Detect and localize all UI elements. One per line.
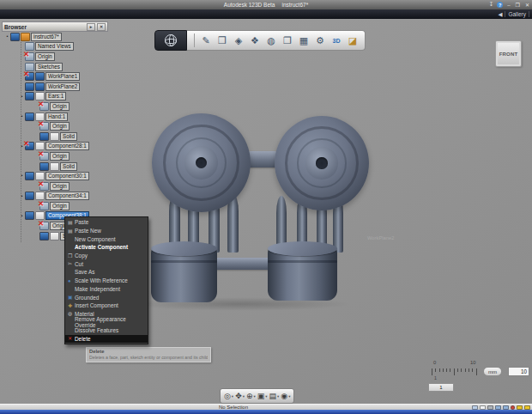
- tree-item-component30-1[interactable]: •Component30:1: [2, 171, 106, 181]
- tree-item-sketches[interactable]: Sketches: [2, 62, 106, 72]
- gallery-button[interactable]: Gallery: [508, 11, 526, 17]
- expand-toggle[interactable]: •: [19, 174, 25, 179]
- menu-item-paste-new[interactable]: ▤Paste New: [65, 227, 148, 235]
- disk-hole: [316, 157, 327, 168]
- base-right-top[interactable]: [268, 241, 337, 256]
- blue-icon: [25, 142, 34, 150]
- tree-item-label: Origin: [35, 52, 55, 61]
- tree-item-component28-1[interactable]: •Component28:1: [2, 142, 106, 152]
- text-3d-icon[interactable]: 3D: [329, 38, 344, 44]
- units-button[interactable]: mm: [483, 367, 502, 376]
- app-window: Autodesk 123D Beta instruct67* ↧ ? – ❐ ✕…: [0, 0, 532, 414]
- scale-secondary-input[interactable]: 1: [428, 383, 454, 392]
- base-left-top[interactable]: [151, 241, 217, 256]
- delete-tooltip: Delete Deletes a face, part, sketch enti…: [86, 347, 211, 362]
- fit-view-button[interactable]: ▣▾: [257, 393, 268, 400]
- back-chevron-icon[interactable]: ◀: [498, 11, 502, 18]
- tree-item-workplane2[interactable]: WorkPlane2: [2, 82, 106, 92]
- pan-button[interactable]: ✥▾: [235, 393, 245, 400]
- paste-icon: ▤: [68, 220, 75, 225]
- orbit-button[interactable]: ◎▾: [224, 393, 233, 400]
- chevron-down-icon: ▾: [243, 394, 245, 399]
- menu-item-label: Paste: [75, 219, 88, 225]
- tree-item-origin[interactable]: Origin: [2, 52, 106, 62]
- tree-item-component34-1[interactable]: •Component34:1: [2, 192, 106, 202]
- menu-item-scale-with-reference[interactable]: ●Scale With Reference: [65, 277, 148, 285]
- expand-toggle[interactable]: •: [19, 94, 25, 100]
- menu-item-make-independent[interactable]: Make Independent: [65, 285, 148, 294]
- menu-item-cut[interactable]: ✂Cut: [65, 259, 148, 268]
- menu-item-activate-component[interactable]: Activate Component: [65, 243, 148, 252]
- tree-item-origin[interactable]: Origin: [2, 151, 106, 161]
- tree-item-named-views[interactable]: Named Views: [2, 42, 106, 52]
- tree-item-solid[interactable]: Solid: [2, 161, 106, 172]
- base-left-ridge: [151, 260, 217, 263]
- top-connector-part[interactable]: [248, 151, 277, 167]
- view-cube[interactable]: FRONT: [495, 40, 522, 67]
- tree-item-origin[interactable]: Origin: [2, 121, 106, 131]
- blue-icon: [25, 92, 34, 100]
- title-bar: Autodesk 123D Beta instruct67* ↧ ? – ❐ ✕: [0, 0, 532, 9]
- menu-item-label: Make Independent: [75, 286, 120, 292]
- look-at-button[interactable]: ▤▾: [269, 393, 280, 400]
- zoom-icon: ⊕: [246, 393, 253, 400]
- expand-toggle[interactable]: •: [19, 214, 25, 219]
- base-connector-part[interactable]: [214, 258, 270, 270]
- tree-item-label: Component28:1: [45, 142, 89, 150]
- tree-item-ears-1[interactable]: •Ears:1: [2, 92, 106, 102]
- scale-secondary-value: 1: [439, 385, 442, 390]
- tree-item-hand-1[interactable]: •Hand:1: [2, 112, 106, 122]
- chevron-down-icon: ▾: [277, 394, 279, 399]
- panel-close-icon[interactable]: ✕: [97, 23, 106, 31]
- tree-item-origin[interactable]: Origin: [2, 181, 106, 192]
- menu-item-copy[interactable]: ❐Copy: [65, 252, 148, 260]
- tree-item-instruct67[interactable]: •instruct67*: [2, 32, 106, 42]
- pattern-grid-icon[interactable]: ▦: [296, 36, 311, 46]
- app-menu-button[interactable]: [154, 30, 187, 51]
- menu-item-insert-component[interactable]: ✚Insert Component: [65, 301, 148, 310]
- box-icon: [50, 132, 59, 141]
- tree-item-label: Solid: [60, 132, 77, 141]
- help-icon[interactable]: ?: [497, 2, 503, 8]
- scale-value-input[interactable]: 10: [508, 367, 529, 376]
- folder-icon: [39, 152, 49, 161]
- menu-item-new-component[interactable]: New Component: [65, 234, 148, 243]
- transform-icon[interactable]: ❖: [247, 36, 263, 46]
- ruler-tick: [435, 368, 436, 372]
- scale-with-reference-icon: ●: [68, 278, 75, 283]
- modify-sphere-icon[interactable]: ◍: [263, 36, 279, 46]
- menu-item-save-as[interactable]: Save As: [65, 268, 148, 277]
- tree-item-origin[interactable]: Origin: [2, 201, 106, 211]
- tree-item-label: Origin: [50, 152, 70, 161]
- menu-item-remove-appearance-override[interactable]: Remove Appearance Override: [65, 318, 148, 326]
- menu-item-delete[interactable]: ✕Delete: [65, 335, 148, 344]
- sketch-pencil-icon[interactable]: ✎: [198, 36, 214, 46]
- combine-icon[interactable]: ❐: [280, 36, 295, 46]
- gears-icon[interactable]: ⚙: [312, 36, 328, 46]
- revolve-top-icon[interactable]: ◈: [231, 36, 246, 46]
- expand-toggle[interactable]: •: [19, 114, 25, 119]
- display-style-button[interactable]: ◉▾: [281, 393, 290, 400]
- tree-item-origin[interactable]: Origin: [2, 101, 106, 112]
- primitive-cube-icon[interactable]: ❒: [215, 36, 230, 46]
- expand-toggle[interactable]: •: [19, 194, 25, 199]
- folder-icon: [25, 52, 34, 61]
- download-icon[interactable]: ↧: [489, 2, 493, 8]
- expand-toggle[interactable]: •: [4, 34, 10, 40]
- restore-button[interactable]: ❐: [515, 2, 521, 8]
- panel-pin-icon[interactable]: ▸: [87, 23, 95, 31]
- tree-item-solid[interactable]: Solid: [2, 131, 106, 142]
- minimize-button[interactable]: –: [506, 3, 511, 8]
- zoom-button[interactable]: ⊕▾: [246, 393, 256, 400]
- snapshot-icon[interactable]: ◪: [345, 36, 360, 46]
- browser-panel-header[interactable]: Browser ▸ ✕: [2, 21, 108, 32]
- close-button[interactable]: ✕: [524, 2, 530, 8]
- browser-panel-title: Browser: [4, 24, 27, 30]
- tree-item-workplane1[interactable]: WorkPlane1: [2, 71, 106, 82]
- menu-item-paste[interactable]: ▤Paste: [65, 218, 148, 227]
- tree-item-label: Component30:1: [45, 172, 89, 180]
- disk-right-part[interactable]: [275, 116, 369, 210]
- disk-left-part[interactable]: [152, 113, 251, 212]
- menu-item-grounded[interactable]: ▣Grounded: [65, 293, 148, 301]
- ruler-tick: [450, 368, 450, 372]
